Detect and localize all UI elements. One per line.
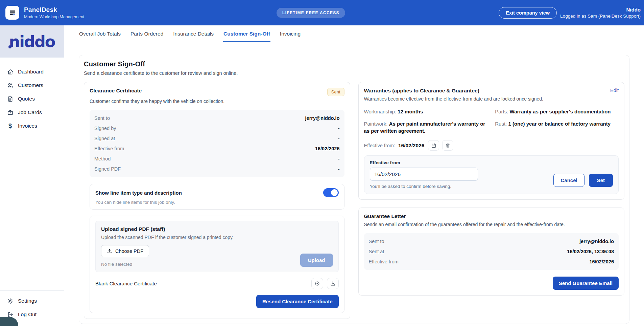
sidebar-item-label: Customers bbox=[18, 82, 43, 88]
detail-value: 16/02/2026 bbox=[315, 146, 340, 151]
clearance-certificate-card: Clearance Certificate Sent Customer conf… bbox=[84, 82, 350, 319]
users-icon bbox=[7, 82, 14, 89]
trash-icon bbox=[445, 143, 450, 148]
detail-label: Sent to bbox=[94, 115, 110, 121]
detail-row: Effective from 16/02/2026 bbox=[94, 144, 340, 154]
detail-label: Sent to bbox=[369, 239, 384, 244]
line-items-toggle-box: Show line item type and description You … bbox=[90, 184, 344, 210]
home-icon bbox=[7, 68, 14, 75]
choose-pdf-button[interactable]: Choose PDF bbox=[101, 245, 149, 257]
tab-invoicing[interactable]: Invoicing bbox=[280, 31, 301, 42]
detail-row: Signed PDF - bbox=[94, 164, 340, 174]
menu-icon bbox=[5, 6, 19, 20]
top-header: PanelDesk Modern Workshop Management LIF… bbox=[0, 0, 644, 25]
toggle-label: Show line item type and description bbox=[95, 190, 182, 196]
detail-label: Signed PDF bbox=[94, 166, 121, 172]
detail-value: - bbox=[338, 136, 340, 141]
upload-title: Upload signed PDF (staff) bbox=[101, 226, 333, 232]
sidebar: niddo Dashboard Customers bbox=[0, 25, 64, 326]
line-items-toggle[interactable] bbox=[323, 188, 339, 197]
exit-company-view-button[interactable]: Exit company view bbox=[499, 7, 557, 19]
sidebar-item-label: Invoices bbox=[18, 123, 37, 129]
detail-row: Sent at 16/02/2026, 13:36:08 bbox=[369, 246, 614, 257]
user-block: Niddo Logged in as Sam (PanelDesk Suppor… bbox=[560, 7, 641, 19]
document-icon bbox=[7, 95, 14, 102]
detail-label: Effective from bbox=[369, 259, 399, 264]
right-column: Warranties (applies to Clearance & Guara… bbox=[358, 82, 625, 296]
guarantee-card-subtitle: Sends an email confirmation of the guara… bbox=[364, 222, 619, 227]
dollar-icon: $ bbox=[7, 123, 14, 129]
guarantee-card-title: Guarantee Letter bbox=[364, 213, 619, 219]
detail-label: Effective from bbox=[94, 146, 124, 151]
brand-text: PanelDesk Modern Workshop Management bbox=[24, 6, 84, 19]
detail-label: Method bbox=[94, 156, 111, 161]
warranty-item-parts: Parts: Warranty as per supplier's docume… bbox=[495, 108, 619, 115]
tab-insurance-details[interactable]: Insurance Details bbox=[173, 31, 214, 42]
resend-clearance-certificate-button[interactable]: Resend Clearance Certificate bbox=[256, 295, 339, 308]
main-content: Overall Job Totals Parts Ordered Insuran… bbox=[64, 25, 644, 326]
effective-from-value: 16/02/2026 bbox=[398, 143, 425, 149]
warranty-item-rust: Rust: 1 (one) year or balance of factory… bbox=[495, 120, 619, 134]
calendar-button[interactable] bbox=[428, 140, 439, 151]
app-tagline: Modern Workshop Management bbox=[24, 15, 84, 19]
brand: PanelDesk Modern Workshop Management bbox=[5, 6, 84, 20]
detail-value: jerry@niddo.io bbox=[305, 115, 340, 121]
detail-label: Sent at bbox=[369, 249, 384, 254]
effective-from-field-label: Effective from bbox=[370, 160, 613, 165]
sidebar-item-job-cards[interactable]: Job Cards bbox=[0, 106, 64, 119]
warranty-item-workmanship: Workmanship: 12 months bbox=[364, 108, 488, 115]
warranty-item-paintwork: Paintwork: As per paint amnufacturer's w… bbox=[364, 120, 488, 134]
cancel-button[interactable]: Cancel bbox=[553, 174, 584, 187]
niddo-logo: niddo bbox=[9, 34, 55, 49]
effective-from-input[interactable] bbox=[370, 168, 478, 181]
detail-value: 16/02/2026 bbox=[589, 259, 614, 264]
sidebar-item-dashboard[interactable]: Dashboard bbox=[0, 65, 64, 79]
blank-certificate-row: Blank Clearance Certificate bbox=[95, 278, 339, 289]
tab-overall-job-totals[interactable]: Overall Job Totals bbox=[79, 31, 121, 42]
tab-bar: Overall Job Totals Parts Ordered Insuran… bbox=[79, 25, 629, 42]
customer-sign-off-panel: Customer Sign-Off Send a clearance certi… bbox=[79, 55, 629, 324]
sidebar-item-customers[interactable]: Customers bbox=[0, 79, 64, 92]
blank-certificate-label: Blank Clearance Certificate bbox=[95, 281, 157, 286]
tab-parts-ordered[interactable]: Parts Ordered bbox=[130, 31, 164, 42]
detail-row: Sent to jerry@niddo.io bbox=[369, 236, 614, 246]
clearance-card-title: Clearance Certificate bbox=[90, 88, 142, 94]
sidebar-item-label: Settings bbox=[18, 298, 37, 304]
set-button[interactable]: Set bbox=[589, 174, 613, 187]
download-button[interactable] bbox=[327, 278, 339, 289]
tab-customer-sign-off[interactable]: Customer Sign-Off bbox=[223, 31, 270, 42]
delete-effective-date-button[interactable] bbox=[442, 140, 453, 151]
briefcase-icon bbox=[7, 109, 14, 116]
sidebar-nav: Dashboard Customers Quotes bbox=[0, 58, 64, 133]
warranties-card-title: Warranties (applies to Clearance & Guara… bbox=[364, 88, 479, 94]
sidebar-logo: niddo bbox=[0, 25, 64, 58]
sidebar-item-label: Dashboard bbox=[18, 69, 44, 75]
logged-in-as: Logged in as Sam (PanelDesk Support) bbox=[560, 14, 641, 19]
sidebar-item-quotes[interactable]: Quotes bbox=[0, 92, 64, 106]
app-name: PanelDesk bbox=[24, 6, 84, 14]
header-right: Exit company view Niddo Logged in as Sam… bbox=[499, 7, 641, 19]
effective-from-label: Effective from: bbox=[364, 143, 395, 148]
sidebar-item-invoices[interactable]: $ Invoices bbox=[0, 119, 64, 133]
status-badge: Sent bbox=[327, 88, 344, 96]
sidebar-item-label: Quotes bbox=[18, 96, 35, 102]
sidebar-item-settings[interactable]: Settings bbox=[0, 294, 64, 308]
preview-button[interactable] bbox=[311, 278, 323, 289]
download-icon bbox=[330, 281, 336, 286]
edit-warranties-link[interactable]: Edit bbox=[610, 88, 619, 93]
detail-value: jerry@niddo.io bbox=[579, 239, 614, 244]
detail-value: - bbox=[338, 166, 340, 172]
detail-row: Effective from 16/02/2026 bbox=[369, 257, 614, 267]
detail-row: Signed at - bbox=[94, 133, 340, 144]
sidebar-item-label: Job Cards bbox=[18, 109, 42, 115]
choose-pdf-label: Choose PDF bbox=[115, 248, 143, 254]
warranties-grid: Workmanship: 12 months Parts: Warranty a… bbox=[364, 108, 619, 134]
confirm-hint: You'll be asked to confirm before saving… bbox=[370, 184, 478, 189]
toggle-knob bbox=[331, 189, 338, 196]
company-name: Niddo bbox=[560, 7, 641, 13]
detail-row: Sent to jerry@niddo.io bbox=[94, 113, 340, 123]
send-guarantee-email-button[interactable]: Send Guarantee Email bbox=[553, 277, 619, 290]
upload-button[interactable]: Upload bbox=[300, 254, 333, 267]
detail-row: Signed by - bbox=[94, 123, 340, 133]
eye-icon bbox=[314, 281, 320, 286]
